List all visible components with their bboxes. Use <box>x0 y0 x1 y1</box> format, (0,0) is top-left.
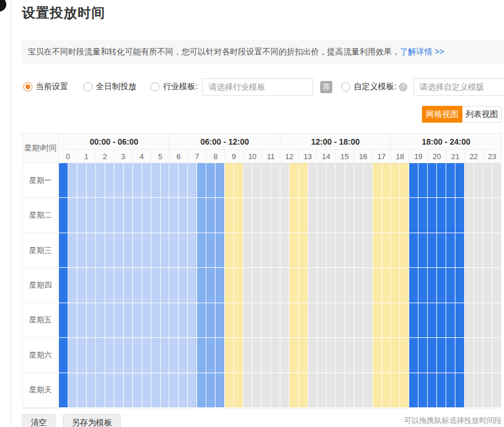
time-slot-cell[interactable] <box>428 373 437 408</box>
time-slot-cell[interactable] <box>105 373 114 408</box>
time-slot-cell[interactable] <box>345 163 354 198</box>
time-slot-cell[interactable] <box>179 233 188 268</box>
time-slot-cell[interactable] <box>271 303 280 338</box>
time-slot-cell[interactable] <box>428 303 437 338</box>
time-slot-cell[interactable] <box>455 233 465 268</box>
time-slot-cell[interactable] <box>437 303 446 338</box>
time-slot-cell[interactable] <box>354 233 364 268</box>
time-slot-cell[interactable] <box>327 373 336 408</box>
time-slot-cell[interactable] <box>133 198 142 233</box>
time-slot-cell[interactable] <box>364 233 373 268</box>
time-slot-cell[interactable] <box>418 163 428 198</box>
time-slot-cell[interactable] <box>87 373 96 408</box>
time-slot-cell[interactable] <box>280 268 290 303</box>
time-slot-cell[interactable] <box>262 163 271 198</box>
time-slot-cell[interactable] <box>418 338 428 373</box>
time-slot-cell[interactable] <box>336 338 345 373</box>
time-slot-cell[interactable] <box>465 268 474 303</box>
time-slot-cell[interactable] <box>391 338 400 373</box>
time-slot-cell[interactable] <box>262 233 271 268</box>
time-slot-cell[interactable] <box>364 198 373 233</box>
time-slot-cell[interactable] <box>483 373 492 408</box>
time-slot-cell[interactable] <box>197 373 206 408</box>
time-slot-cell[interactable] <box>474 338 483 373</box>
time-slot-cell[interactable] <box>133 303 142 338</box>
time-slot-cell[interactable] <box>446 163 455 198</box>
time-slot-cell[interactable] <box>400 373 409 408</box>
time-slot-cell[interactable] <box>179 373 188 408</box>
time-slot-cell[interactable] <box>262 268 271 303</box>
time-slot-cell[interactable] <box>96 373 105 408</box>
time-slot-cell[interactable] <box>290 233 299 268</box>
time-slot-cell[interactable] <box>317 303 327 338</box>
time-slot-cell[interactable] <box>179 268 188 303</box>
time-slot-cell[interactable] <box>483 198 492 233</box>
time-slot-cell[interactable] <box>68 198 77 233</box>
time-slot-cell[interactable] <box>243 163 253 198</box>
time-slot-cell[interactable] <box>179 163 188 198</box>
time-slot-cell[interactable] <box>234 338 243 373</box>
time-slot-cell[interactable] <box>197 268 206 303</box>
time-slot-cell[interactable] <box>87 303 96 338</box>
time-slot-cell[interactable] <box>179 338 188 373</box>
time-slot-cell[interactable] <box>492 268 502 303</box>
time-slot-cell[interactable] <box>96 338 105 373</box>
time-slot-cell[interactable] <box>455 373 465 408</box>
time-slot-cell[interactable] <box>308 303 317 338</box>
time-slot-cell[interactable] <box>197 163 206 198</box>
time-slot-cell[interactable] <box>409 268 418 303</box>
time-slot-cell[interactable] <box>124 198 133 233</box>
time-slot-cell[interactable] <box>188 338 197 373</box>
time-slot-cell[interactable] <box>317 233 327 268</box>
time-slot-cell[interactable] <box>308 233 317 268</box>
time-slot-cell[interactable] <box>364 303 373 338</box>
time-slot-cell[interactable] <box>483 303 492 338</box>
time-slot-cell[interactable] <box>327 163 336 198</box>
time-slot-cell[interactable] <box>437 268 446 303</box>
time-slot-cell[interactable] <box>133 268 142 303</box>
time-slot-cell[interactable] <box>262 338 271 373</box>
time-slot-cell[interactable] <box>234 303 243 338</box>
time-slot-cell[interactable] <box>428 163 437 198</box>
time-slot-cell[interactable] <box>373 338 382 373</box>
time-slot-cell[interactable] <box>59 303 68 338</box>
time-slot-cell[interactable] <box>409 198 418 233</box>
time-slot-cell[interactable] <box>400 268 409 303</box>
time-slot-cell[interactable] <box>77 338 87 373</box>
time-slot-cell[interactable] <box>105 338 114 373</box>
time-slot-cell[interactable] <box>169 198 179 233</box>
time-slot-cell[interactable] <box>169 373 179 408</box>
time-slot-cell[interactable] <box>474 163 483 198</box>
time-slot-cell[interactable] <box>151 268 161 303</box>
time-slot-cell[interactable] <box>77 268 87 303</box>
time-slot-cell[interactable] <box>142 338 151 373</box>
time-slot-cell[interactable] <box>391 198 400 233</box>
question-icon[interactable]: ? <box>399 83 407 91</box>
time-slot-cell[interactable] <box>382 268 391 303</box>
time-slot-cell[interactable] <box>299 303 308 338</box>
time-slot-cell[interactable] <box>474 373 483 408</box>
time-slot-cell[interactable] <box>280 373 290 408</box>
time-slot-cell[interactable] <box>151 163 161 198</box>
time-slot-cell[interactable] <box>382 163 391 198</box>
time-slot-cell[interactable] <box>96 163 105 198</box>
time-slot-cell[interactable] <box>105 198 114 233</box>
time-slot-cell[interactable] <box>225 303 234 338</box>
time-slot-cell[interactable] <box>327 303 336 338</box>
time-slot-cell[interactable] <box>483 268 492 303</box>
time-slot-cell[interactable] <box>345 268 354 303</box>
time-slot-cell[interactable] <box>308 338 317 373</box>
time-slot-cell[interactable] <box>142 163 151 198</box>
time-slot-cell[interactable] <box>105 303 114 338</box>
time-slot-cell[interactable] <box>105 268 114 303</box>
learn-more-link[interactable]: 了解详情 >> <box>400 47 444 56</box>
time-slot-cell[interactable] <box>418 303 428 338</box>
time-slot-cell[interactable] <box>77 303 87 338</box>
time-slot-cell[interactable] <box>428 338 437 373</box>
time-slot-cell[interactable] <box>68 268 77 303</box>
time-slot-cell[interactable] <box>382 303 391 338</box>
time-slot-cell[interactable] <box>243 303 253 338</box>
time-slot-cell[interactable] <box>280 338 290 373</box>
time-slot-cell[interactable] <box>290 198 299 233</box>
time-slot-cell[interactable] <box>437 373 446 408</box>
